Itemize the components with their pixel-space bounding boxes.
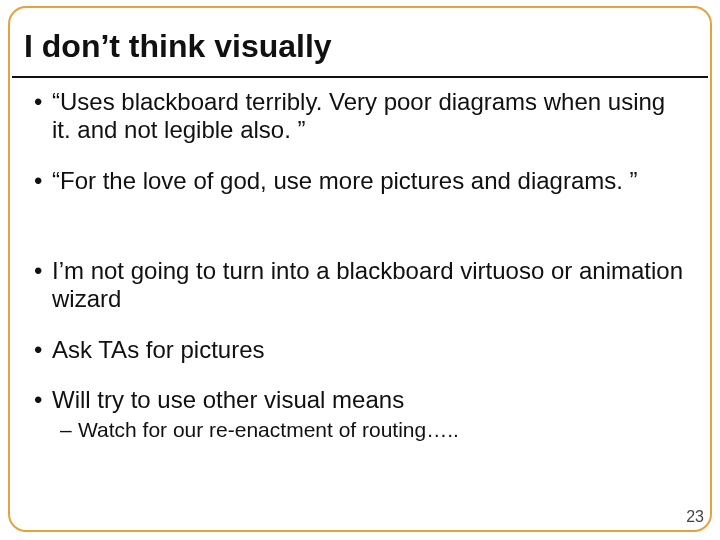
title-underline [12,76,708,78]
bullet-item: • “Uses blackboard terribly. Very poor d… [34,88,686,145]
bullet-item: • I’m not going to turn into a blackboar… [34,257,686,314]
slide-body: • “Uses blackboard terribly. Very poor d… [34,88,686,514]
bullet-text: I’m not going to turn into a blackboard … [52,257,686,314]
bullet-text: “Uses blackboard terribly. Very poor dia… [52,88,686,145]
slide: I don’t think visually • “Uses blackboar… [0,0,720,540]
slide-title: I don’t think visually [24,28,332,65]
bullet-item: • Will try to use other visual means [34,386,686,414]
bullet-dot-icon: • [34,88,52,145]
bullet-dot-icon: • [34,386,52,414]
page-number: 23 [686,508,704,526]
bullet-dot-icon: • [34,336,52,364]
sub-bullet-item: – Watch for our re-enactment of routing…… [60,418,686,443]
bullet-text: Will try to use other visual means [52,386,686,414]
bullet-item: • Ask TAs for pictures [34,336,686,364]
bullet-text: “For the love of god, use more pictures … [52,167,686,195]
sub-bullet-dash-icon: – [60,418,78,443]
slide-frame: I don’t think visually • “Uses blackboar… [8,6,712,532]
bullet-dot-icon: • [34,257,52,314]
sub-bullet-text: Watch for our re-enactment of routing….. [78,418,686,443]
bullet-text: Ask TAs for pictures [52,336,686,364]
bullet-item: • “For the love of god, use more picture… [34,167,686,195]
bullet-dot-icon: • [34,167,52,195]
